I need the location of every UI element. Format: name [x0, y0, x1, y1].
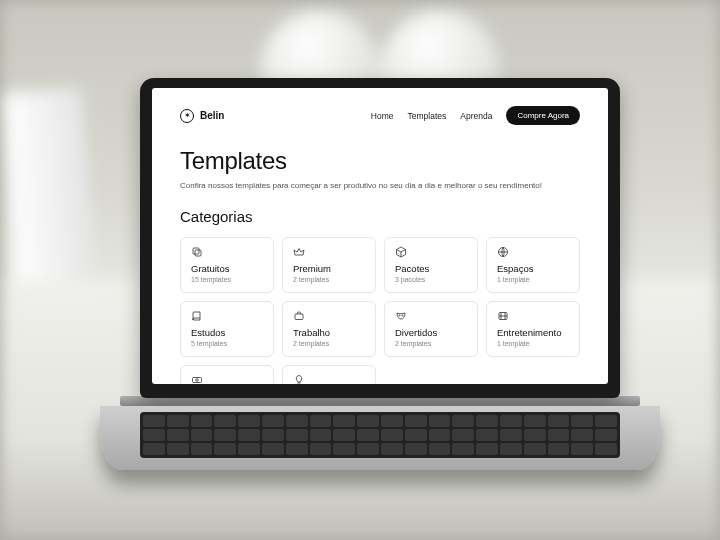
card-count: 15 templates: [191, 276, 263, 283]
laptop-keyboard: [140, 412, 620, 458]
category-card-pacotes[interactable]: Pacotes 3 pacotes: [384, 237, 478, 293]
category-card-gratuitos[interactable]: Gratuitos 15 templates: [180, 237, 274, 293]
globe-icon: [497, 246, 509, 258]
nav-link-aprenda[interactable]: Aprenda: [460, 111, 492, 121]
card-count: 5 templates: [191, 340, 263, 347]
brand-name: Belin: [200, 110, 224, 121]
nav-links: Home Templates Aprenda Compre Agora: [371, 106, 580, 125]
category-card-trabalho[interactable]: Trabalho 2 templates: [282, 301, 376, 357]
svg-rect-1: [193, 248, 199, 254]
category-card-entretenimento[interactable]: Entretenimento 1 template: [486, 301, 580, 357]
page-title: Templates: [180, 147, 580, 175]
card-count: 3 pacotes: [395, 276, 467, 283]
card-count: 2 templates: [293, 276, 365, 283]
card-title: Pacotes: [395, 263, 467, 274]
card-count: 2 templates: [293, 340, 365, 347]
card-title: Divertidos: [395, 327, 467, 338]
briefcase-icon: [293, 310, 305, 322]
category-card-estudos[interactable]: Estudos 5 templates: [180, 301, 274, 357]
copy-icon: [191, 246, 203, 258]
category-card-divertidos[interactable]: Divertidos 2 templates: [384, 301, 478, 357]
svg-point-5: [402, 315, 403, 316]
card-title: Trabalho: [293, 327, 365, 338]
card-title: Gratuitos: [191, 263, 263, 274]
svg-point-8: [196, 379, 199, 382]
svg-point-4: [399, 315, 400, 316]
nav-link-home[interactable]: Home: [371, 111, 394, 121]
card-title: Entretenimento: [497, 327, 569, 338]
card-title: Premium: [293, 263, 365, 274]
category-card-espacos[interactable]: Espaços 1 template: [486, 237, 580, 293]
card-count: 1 template: [497, 340, 569, 347]
category-card-produtividade[interactable]: Produtividade 2 templates: [282, 365, 376, 384]
navbar: ✶ Belin Home Templates Aprenda Compre Ag…: [180, 106, 580, 125]
brand-logo-icon: ✶: [180, 109, 194, 123]
bulb-icon: [293, 374, 305, 384]
svg-rect-7: [193, 378, 202, 383]
book-icon: [191, 310, 203, 322]
svg-rect-0: [195, 250, 201, 256]
mask-icon: [395, 310, 407, 322]
film-icon: [497, 310, 509, 322]
laptop-mockup: ✶ Belin Home Templates Aprenda Compre Ag…: [140, 78, 620, 470]
categories-grid: Gratuitos 15 templates Premium 2 templat…: [180, 237, 580, 384]
card-count: 1 template: [497, 276, 569, 283]
card-count: 2 templates: [395, 340, 467, 347]
card-title: Estudos: [191, 327, 263, 338]
svg-rect-3: [295, 314, 303, 320]
category-card-premium[interactable]: Premium 2 templates: [282, 237, 376, 293]
brand[interactable]: ✶ Belin: [180, 109, 224, 123]
cta-button[interactable]: Compre Agora: [506, 106, 580, 125]
webpage: ✶ Belin Home Templates Aprenda Compre Ag…: [152, 88, 608, 384]
card-title: Espaços: [497, 263, 569, 274]
page-subtitle: Confira nossos templates para começar a …: [180, 181, 580, 190]
package-icon: [395, 246, 407, 258]
section-title-categorias: Categorias: [180, 208, 580, 225]
nav-link-templates[interactable]: Templates: [408, 111, 447, 121]
money-icon: [191, 374, 203, 384]
category-card-financas[interactable]: Finanças 2 templates: [180, 365, 274, 384]
crown-icon: [293, 246, 305, 258]
